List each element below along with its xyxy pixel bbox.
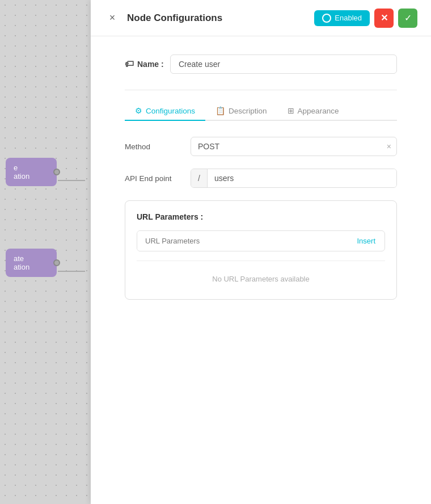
name-label: 🏷 Name : (125, 59, 170, 69)
node2-line2: ation (14, 263, 49, 271)
method-select-wrapper: POST × (191, 137, 397, 156)
tabs-container: ⚙ Configurations 📋 Description ⊞ Appeara… (125, 102, 397, 121)
panel-content: 🏷 Name : ⚙ Configurations 📋 Description … (91, 36, 431, 318)
name-row: 🏷 Name : (125, 54, 397, 74)
endpoint-wrapper: / (191, 169, 397, 188)
endpoint-label: API End point (125, 174, 181, 183)
confirm-icon: ✓ (404, 12, 412, 23)
connector-line-2 (58, 271, 85, 272)
canvas-background: e ation ate ation (0, 0, 91, 504)
configurations-icon: ⚙ (135, 106, 142, 115)
panel-title: Node Configurations (127, 12, 314, 24)
endpoint-slash: / (191, 169, 208, 187)
panel-header: × Node Configurations Enabled ✕ ✓ (91, 0, 431, 36)
tab-configurations-label: Configurations (146, 107, 195, 115)
node1-connector (53, 169, 60, 175)
node-card-2[interactable]: ate ation (6, 249, 57, 277)
url-params-section: URL Parameters : Insert No URL Parameter… (125, 200, 397, 300)
connector-line-1 (58, 180, 85, 181)
no-params-text: No URL Parameters available (137, 270, 385, 288)
node-card-1[interactable]: e ation (6, 158, 57, 186)
method-row: Method POST × (125, 137, 397, 156)
cancel-icon: ✕ (381, 12, 388, 23)
tag-icon: 🏷 (125, 59, 134, 69)
name-input[interactable] (170, 54, 397, 74)
method-select[interactable]: POST (191, 137, 397, 156)
node1-line1: e (14, 163, 49, 172)
appearance-icon: ⊞ (288, 106, 294, 115)
close-button[interactable]: × (104, 10, 120, 26)
url-params-title: URL Parameters : (137, 212, 385, 221)
method-clear-icon[interactable]: × (387, 142, 391, 151)
node-config-panel: × Node Configurations Enabled ✕ ✓ 🏷 Name… (91, 0, 431, 504)
endpoint-input[interactable] (208, 169, 396, 187)
confirm-button[interactable]: ✓ (398, 9, 417, 28)
url-params-input-row: Insert (137, 230, 385, 251)
method-value: POST (198, 142, 219, 151)
header-actions: Enabled ✕ ✓ (314, 9, 417, 28)
endpoint-row: API End point / (125, 169, 397, 188)
enabled-label: Enabled (335, 14, 362, 22)
tab-description[interactable]: 📋 Description (205, 102, 277, 121)
description-icon: 📋 (216, 106, 225, 115)
node2-line1: ate (14, 254, 49, 263)
tab-description-label: Description (229, 107, 267, 115)
node1-line2: ation (14, 172, 49, 180)
cancel-button[interactable]: ✕ (374, 9, 394, 28)
insert-label: Insert (357, 237, 375, 245)
node2-connector (53, 259, 60, 266)
tab-appearance-label: Appearance (298, 107, 339, 115)
tab-appearance[interactable]: ⊞ Appearance (277, 102, 349, 121)
enabled-button[interactable]: Enabled (314, 10, 370, 26)
divider-1 (125, 90, 397, 90)
params-divider (137, 261, 385, 261)
insert-button[interactable]: Insert (348, 231, 384, 251)
close-icon: × (109, 12, 116, 24)
url-params-input[interactable] (137, 231, 348, 251)
tab-configurations[interactable]: ⚙ Configurations (125, 102, 205, 121)
enabled-circle-icon (322, 14, 331, 23)
method-label: Method (125, 142, 181, 151)
